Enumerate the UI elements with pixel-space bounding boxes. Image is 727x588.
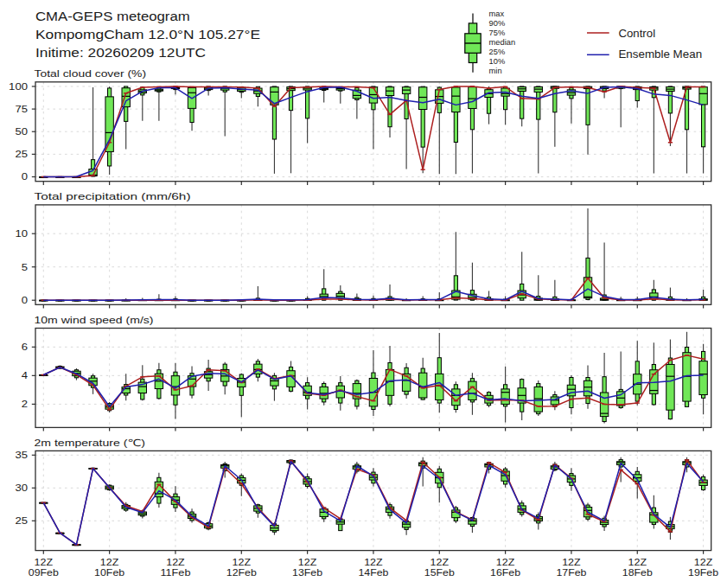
svg-text:median: median: [489, 38, 516, 47]
svg-text:35: 35: [15, 450, 28, 460]
svg-text:09Feb: 09Feb: [29, 567, 59, 578]
svg-text:Ensemble Mean: Ensemble Mean: [618, 48, 702, 61]
svg-text:12Z: 12Z: [166, 557, 185, 567]
svg-text:12Feb: 12Feb: [226, 567, 257, 578]
svg-text:12Z: 12Z: [233, 557, 252, 567]
svg-text:18Feb: 18Feb: [622, 567, 653, 578]
svg-text:Total precipitation (mm/6h): Total precipitation (mm/6h): [35, 191, 191, 201]
svg-text:12Z: 12Z: [35, 557, 54, 567]
svg-text:CMA-GEPS meteogram: CMA-GEPS meteogram: [35, 9, 190, 23]
svg-text:12Z: 12Z: [694, 557, 713, 567]
svg-text:15Feb: 15Feb: [424, 567, 455, 578]
svg-text:14Feb: 14Feb: [358, 567, 388, 578]
svg-text:10: 10: [15, 228, 28, 239]
svg-text:75: 75: [15, 104, 28, 114]
svg-text:90%: 90%: [489, 19, 506, 28]
svg-text:75%: 75%: [489, 29, 506, 37]
svg-text:19Feb: 19Feb: [688, 567, 718, 578]
svg-text:KompomgCham 12.0°N 105.27°E: KompomgCham 12.0°N 105.27°E: [35, 27, 260, 42]
svg-text:12Z: 12Z: [562, 557, 581, 567]
svg-text:min: min: [489, 67, 502, 75]
svg-text:2m temperature (℃): 2m temperature (℃): [35, 438, 145, 448]
svg-text:Control: Control: [618, 28, 655, 40]
svg-text:Total cloud cover (%): Total cloud cover (%): [35, 68, 147, 79]
svg-text:10m wind speed (m/s): 10m wind speed (m/s): [35, 315, 154, 325]
svg-text:16Feb: 16Feb: [490, 567, 520, 578]
svg-text:12Z: 12Z: [496, 557, 515, 567]
svg-text:2: 2: [22, 399, 28, 409]
svg-text:Initime: 20260209 12UTC: Initime: 20260209 12UTC: [35, 45, 206, 60]
svg-text:50: 50: [15, 126, 28, 137]
svg-text:12Z: 12Z: [430, 557, 450, 567]
svg-text:12Z: 12Z: [628, 557, 647, 567]
svg-text:12Z: 12Z: [364, 557, 383, 567]
svg-text:0: 0: [22, 295, 28, 305]
svg-text:100: 100: [9, 81, 28, 92]
svg-text:30: 30: [15, 483, 28, 493]
svg-text:13Feb: 13Feb: [292, 567, 322, 578]
svg-text:11Feb: 11Feb: [160, 567, 190, 578]
svg-text:25%: 25%: [489, 48, 506, 56]
svg-text:4: 4: [22, 370, 28, 380]
svg-text:max: max: [489, 10, 505, 18]
svg-text:10Feb: 10Feb: [94, 567, 124, 578]
svg-text:12Z: 12Z: [100, 557, 119, 567]
svg-text:10%: 10%: [489, 57, 506, 66]
svg-text:25: 25: [15, 515, 28, 526]
svg-text:5: 5: [22, 262, 28, 272]
svg-text:6: 6: [22, 342, 28, 352]
svg-text:0: 0: [22, 171, 28, 182]
svg-text:12Z: 12Z: [298, 557, 317, 567]
svg-text:17Feb: 17Feb: [556, 567, 586, 578]
svg-text:25: 25: [15, 149, 28, 159]
